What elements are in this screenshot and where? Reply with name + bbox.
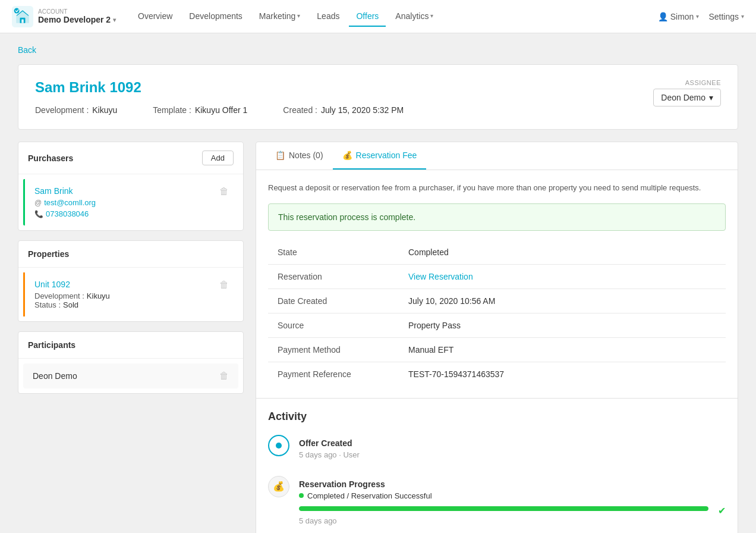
reservation-complete-banner: This reservation process is complete.	[268, 203, 726, 231]
settings-chevron: ▾	[741, 13, 744, 20]
table-row-payment-reference: Payment Reference TEST-70-1594371463537	[268, 362, 726, 386]
participants-title: Participants	[28, 340, 75, 350]
property-name[interactable]: Unit 1092	[34, 280, 110, 289]
created-value: July 15, 2020 5:32 PM	[321, 105, 404, 115]
properties-panel: Properties Unit 1092 Development : Kikuy…	[18, 240, 244, 322]
offer-header-left: Sam Brink 1092 Development : Kikuyu Temp…	[35, 79, 404, 115]
assignee-box: ASSIGNEE Deon Demo ▾	[653, 79, 721, 106]
date-created-value: July 10, 2020 10:56 AM	[399, 289, 726, 313]
brand-account-label: ACCOUNT	[38, 8, 116, 15]
payment-reference-label: Payment Reference	[268, 362, 399, 386]
state-label: State	[268, 240, 399, 265]
purchasers-title: Purchasers	[28, 153, 73, 163]
purchaser-name[interactable]: Sam Brink	[34, 186, 96, 196]
purchaser-item: Sam Brink @ test@comll.org 📞 0738038046 …	[23, 179, 238, 225]
properties-panel-header: Properties	[18, 241, 243, 268]
tab-reservation-fee[interactable]: 💰 Reservation Fee	[333, 142, 427, 170]
settings-label: Settings	[708, 12, 739, 21]
nav-links: Overview Developments Marketing ▾ Leads …	[131, 7, 658, 27]
reservation-status-label: Completed / Reservation Successful	[299, 491, 726, 500]
offer-created-content: Offer Created 5 days ago · User	[299, 435, 726, 464]
table-row-reservation: Reservation View Reservation	[268, 264, 726, 289]
meta-created: Created : July 15, 2020 5:32 PM	[283, 105, 404, 115]
payment-method-value: Manual EFT	[399, 337, 726, 362]
topnav: ACCOUNT Demo Developer 2 ▾ Overview Deve…	[0, 0, 756, 33]
purchaser-info: Sam Brink @ test@comll.org 📞 0738038046	[34, 186, 96, 218]
reservation-fee-description: Request a deposit or reservation fee fro…	[268, 182, 726, 194]
property-info: Unit 1092 Development : Kikuyu Status : …	[34, 280, 110, 309]
left-panels: Purchasers Add Sam Brink @ test@comll.or…	[18, 142, 244, 533]
purchaser-phone-link[interactable]: 0738038046	[46, 209, 89, 218]
nav-user[interactable]: 👤 Simon ▾	[658, 12, 700, 21]
offer-created-title: Offer Created	[299, 438, 726, 448]
activity-timeline: Offer Created 5 days ago · User 💰 Reserv…	[268, 435, 726, 534]
source-label: Source	[268, 313, 399, 337]
analytics-chevron: ▾	[430, 12, 433, 19]
state-value: Completed	[399, 240, 726, 265]
participants-panel: Participants Deon Demo 🗑	[18, 331, 244, 394]
table-row-payment-method: Payment Method Manual EFT	[268, 337, 726, 362]
nav-analytics[interactable]: Analytics ▾	[388, 7, 440, 27]
delete-property-icon[interactable]: 🗑	[219, 280, 229, 290]
nav-right: 👤 Simon ▾ Settings ▾	[658, 12, 744, 21]
back-link[interactable]: Back	[18, 45, 36, 55]
offer-created-icon	[268, 435, 289, 456]
delete-participant-icon[interactable]: 🗑	[219, 371, 229, 381]
purchaser-email-link[interactable]: test@comll.org	[44, 198, 96, 207]
progress-bar-fill	[299, 506, 708, 511]
add-purchaser-button[interactable]: Add	[202, 151, 234, 165]
reservation-fee-icon: 💰	[342, 151, 352, 160]
properties-title: Properties	[28, 249, 69, 259]
reservation-label: Reservation	[268, 264, 399, 289]
template-value: Kikuyu Offer 1	[195, 105, 247, 115]
participant-name: Deon Demo	[33, 371, 77, 381]
payment-reference-value: TEST-70-1594371463537	[399, 362, 726, 386]
payment-method-label: Payment Method	[268, 337, 399, 362]
participants-panel-header: Participants	[18, 332, 243, 359]
reservation-value: View Reservation	[399, 264, 726, 289]
reservation-progress-icon: 💰	[268, 476, 289, 497]
tabs-header: 📋 Notes (0) 💰 Reservation Fee	[256, 142, 738, 170]
brand-company-name[interactable]: Demo Developer 2 ▾	[38, 15, 116, 24]
nav-marketing[interactable]: Marketing ▾	[252, 7, 307, 27]
view-reservation-link[interactable]: View Reservation	[408, 272, 473, 281]
brand: ACCOUNT Demo Developer 2 ▾	[12, 6, 131, 27]
date-created-label: Date Created	[268, 289, 399, 313]
table-row-date-created: Date Created July 10, 2020 10:56 AM	[268, 289, 726, 313]
reservation-progress-content: Reservation Progress Completed / Reserva…	[299, 476, 726, 530]
template-label: Template :	[153, 105, 191, 115]
progress-row: ✔	[299, 505, 726, 516]
svg-rect-2	[21, 19, 24, 23]
offer-header-card: Sam Brink 1092 Development : Kikuyu Temp…	[18, 64, 738, 130]
brand-text: ACCOUNT Demo Developer 2 ▾	[38, 8, 116, 24]
progress-check-icon: ✔	[718, 505, 726, 516]
user-label: Simon	[670, 12, 694, 21]
nav-offers[interactable]: Offers	[349, 7, 386, 27]
reservation-progress-title: Reservation Progress	[299, 479, 726, 489]
status-dot-green	[299, 493, 304, 498]
offer-meta: Development : Kikuyu Template : Kikuyu O…	[35, 105, 404, 115]
activity-title: Activity	[268, 410, 726, 423]
nav-overview[interactable]: Overview	[131, 7, 179, 27]
created-label: Created :	[283, 105, 317, 115]
purchasers-panel: Purchasers Add Sam Brink @ test@comll.or…	[18, 142, 244, 231]
nav-leads[interactable]: Leads	[310, 7, 346, 27]
participant-item: Deon Demo 🗑	[23, 363, 238, 388]
notes-icon: 📋	[275, 151, 285, 160]
nav-developments[interactable]: Developments	[182, 7, 250, 27]
delete-purchaser-icon[interactable]: 🗑	[219, 186, 229, 197]
tab-content-reservation-fee: Request a deposit or reservation fee fro…	[256, 170, 738, 398]
property-status-value: Sold	[63, 300, 78, 309]
nav-settings[interactable]: Settings ▾	[708, 12, 744, 21]
assignee-select[interactable]: Deon Demo ▾	[653, 89, 721, 106]
purchaser-email: @ test@comll.org	[34, 198, 96, 207]
purchaser-phone: 📞 0738038046	[34, 209, 96, 218]
phone-icon: 📞	[34, 210, 43, 218]
lower-section: Purchasers Add Sam Brink @ test@comll.or…	[18, 142, 738, 533]
meta-template: Template : Kikuyu Offer 1	[153, 105, 247, 115]
reservation-progress-meta: 5 days ago	[299, 516, 726, 525]
property-development: Development : Kikuyu	[34, 291, 110, 300]
tab-notes[interactable]: 📋 Notes (0)	[266, 142, 333, 170]
table-row-state: State Completed	[268, 240, 726, 265]
tabs-card: 📋 Notes (0) 💰 Reservation Fee Request a …	[256, 142, 738, 533]
